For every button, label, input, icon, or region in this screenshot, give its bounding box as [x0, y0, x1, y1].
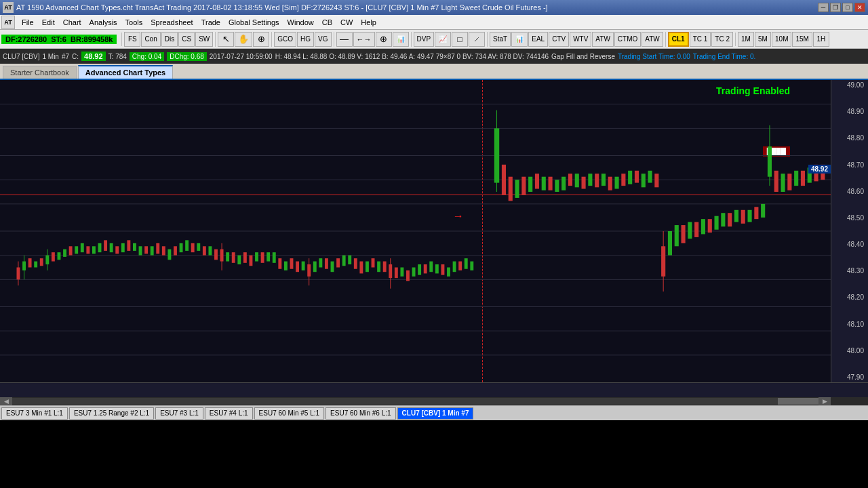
price-level-10: 48.10 — [833, 321, 867, 328]
dvp-button[interactable]: DVP — [414, 32, 435, 47]
svg-rect-99 — [509, 177, 513, 201]
atw2-button[interactable]: ATW — [642, 32, 663, 47]
scroll-thumb[interactable] — [778, 398, 818, 405]
svg-rect-138 — [761, 204, 765, 218]
menu-file[interactable]: File — [18, 15, 38, 30]
svg-rect-27 — [92, 246, 96, 253]
svg-rect-130 — [708, 219, 712, 232]
svg-rect-68 — [319, 258, 322, 267]
bottom-tab-1[interactable]: ESU7 3 Min #1 L:1 — [1, 407, 68, 420]
dis-button[interactable]: Dis — [161, 32, 178, 47]
tab-starter-chartbook[interactable]: Starter Chartbook — [3, 66, 77, 79]
svg-rect-31 — [115, 246, 119, 253]
svg-rect-35 — [139, 246, 142, 255]
wtv-button[interactable]: WTV — [570, 32, 591, 47]
menu-help[interactable]: Help — [357, 15, 380, 30]
vg-button[interactable]: VG — [315, 32, 331, 47]
scroll-right-btn[interactable]: ▶ — [818, 397, 831, 405]
bottom-tab-7[interactable]: CLU7 [CBV] 1 Min #7 — [397, 407, 474, 420]
chart-tool[interactable]: 📊 — [393, 32, 409, 47]
title-text: AT AT 1590 Advanced Chart Types.cht Tran… — [3, 2, 548, 13]
menu-window[interactable]: Window — [283, 15, 318, 30]
svg-rect-105 — [549, 177, 553, 190]
stat-button[interactable]: StaT — [490, 32, 511, 47]
chart-area[interactable]: Trading Enabled ████ → — [0, 80, 831, 382]
app-menu-icon[interactable]: AT — [1, 16, 15, 29]
diag-tool[interactable]: ⟋ — [469, 32, 485, 47]
tab-advanced-chart-types[interactable]: Advanced Chart Types — [78, 65, 173, 79]
svg-rect-71 — [336, 258, 340, 267]
menu-tools[interactable]: Tools — [121, 15, 147, 30]
svg-rect-24 — [75, 246, 78, 253]
svg-rect-101 — [521, 177, 526, 195]
current-price-tag: 48.92 — [808, 165, 831, 174]
svg-rect-93 — [458, 262, 462, 270]
bottom-tab-2[interactable]: ESU7 1.25 Range #2 L:1 — [69, 407, 154, 420]
pan-tool[interactable]: ✋ — [235, 32, 252, 47]
bottom-tab-4[interactable]: ESU7 #4 L:1 — [205, 407, 253, 420]
menu-cw[interactable]: CW — [336, 15, 357, 30]
toolbar: DF:2726280 ST:6 BR:899458k FS Con Dis CS… — [0, 30, 868, 49]
menu-spreadsheet[interactable]: Spreadsheet — [146, 15, 197, 30]
scroll-track[interactable] — [12, 398, 818, 405]
chart-btn3[interactable]: 📊 — [511, 32, 528, 47]
atw-button[interactable]: ATW — [592, 32, 613, 47]
svg-rect-32 — [121, 243, 125, 252]
svg-rect-63 — [296, 262, 299, 272]
menu-chart[interactable]: Chart — [59, 15, 85, 30]
1m-button[interactable]: 1M — [738, 32, 754, 47]
menu-trade[interactable]: Trade — [197, 15, 224, 30]
5m-button[interactable]: 5M — [755, 32, 771, 47]
gco-button[interactable]: GCO — [274, 32, 296, 47]
plus-tool[interactable]: ⊕ — [376, 32, 392, 47]
cl1-button[interactable]: CL1 — [668, 32, 689, 47]
line-tool[interactable]: — — [336, 32, 353, 47]
ctmo-button[interactable]: CTMO — [614, 32, 641, 47]
svg-rect-33 — [127, 240, 130, 251]
tc1-button[interactable]: TC 1 — [690, 32, 711, 47]
svg-rect-136 — [748, 210, 752, 222]
candlestick-chart[interactable] — [0, 80, 831, 382]
menu-edit[interactable]: Edit — [38, 15, 59, 30]
minimize-button[interactable]: ─ — [818, 3, 829, 12]
svg-rect-21 — [58, 252, 61, 260]
svg-rect-145 — [801, 171, 805, 186]
15m-button[interactable]: 15M — [792, 32, 812, 47]
scroll-left-btn[interactable]: ◀ — [0, 397, 12, 405]
bottom-tab-5[interactable]: ESU7 60 Min #5 L:1 — [254, 407, 325, 420]
select-tool[interactable]: ↖ — [218, 32, 234, 47]
svg-rect-121 — [654, 174, 658, 187]
menu-analysis[interactable]: Analysis — [85, 15, 121, 30]
rect-tool[interactable]: □ — [452, 32, 468, 47]
menu-cb[interactable]: CB — [318, 15, 336, 30]
horizontal-scrollbar[interactable]: ◀ ▶ — [0, 397, 868, 405]
svg-rect-117 — [628, 171, 632, 184]
bottom-tab-6[interactable]: ESU7 60 Min #6 L:1 — [326, 407, 396, 420]
close-button[interactable]: ✕ — [854, 3, 865, 12]
toolbar-group-3: GCO HG VG — [274, 32, 334, 47]
sw-button[interactable]: SW — [195, 32, 213, 47]
svg-rect-88 — [429, 262, 433, 272]
price-level-2: 48.90 — [833, 108, 867, 115]
svg-rect-94 — [465, 258, 468, 269]
svg-rect-39 — [162, 246, 165, 255]
toolbar-group-1: FS Con Dis CS SW — [124, 32, 216, 47]
crosshair-tool[interactable]: ⊕ — [253, 32, 269, 47]
con-button[interactable]: Con — [141, 32, 160, 47]
arrow-tool[interactable]: ←→ — [353, 32, 375, 47]
hg-button[interactable]: HG — [297, 32, 314, 47]
tc2-button[interactable]: TC 2 — [711, 32, 733, 47]
df-display: DF:2726280 ST:6 BR:899458k — [1, 35, 117, 44]
restore-button[interactable]: ❐ — [830, 3, 841, 12]
menu-global-settings[interactable]: Global Settings — [224, 15, 283, 30]
bottom-tab-3[interactable]: ESU7 #3 L:1 — [155, 407, 203, 420]
eal-button[interactable]: EAL — [528, 32, 548, 47]
1h-button[interactable]: 1H — [813, 32, 829, 47]
cs-button[interactable]: CS — [178, 32, 195, 47]
ctv-button[interactable]: CTV — [549, 32, 569, 47]
chart-btn2[interactable]: 📈 — [435, 32, 451, 47]
window-controls: ─ ❐ □ ✕ — [818, 3, 865, 12]
maximize-button[interactable]: □ — [842, 3, 853, 12]
10m-button[interactable]: 10M — [772, 32, 791, 47]
fs-button[interactable]: FS — [124, 32, 140, 47]
